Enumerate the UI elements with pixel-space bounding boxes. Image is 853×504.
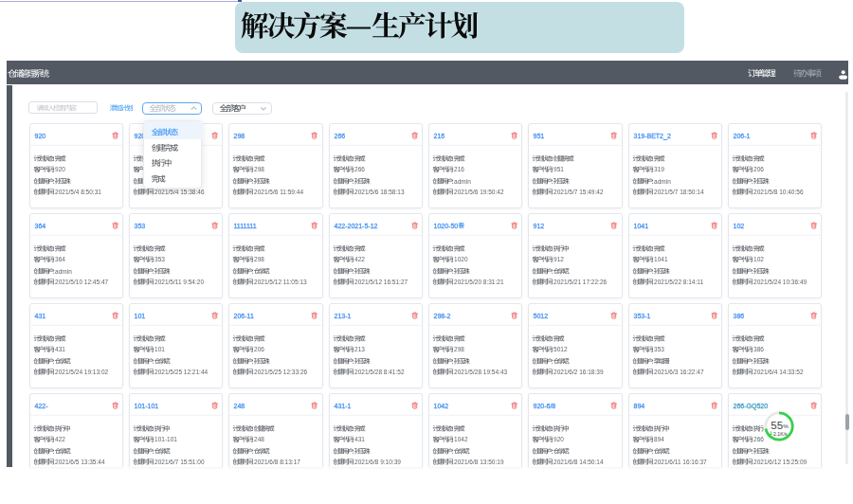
svg-text:216: 216 <box>434 132 445 138</box>
svg-text:364: 364 <box>55 256 65 262</box>
svg-text:951: 951 <box>554 166 564 172</box>
svg-text:319: 319 <box>654 166 664 172</box>
svg-text:1041: 1041 <box>633 222 648 228</box>
svg-text:2021/6/8 13:50:19: 2021/6/8 13:50:19 <box>454 459 504 465</box>
svg-text:298: 298 <box>254 166 264 172</box>
svg-text:2021/5/4 8:50:31: 2021/5/4 8:50:31 <box>55 188 101 194</box>
svg-text:2021/6/8 14:50:14: 2021/6/8 14:50:14 <box>554 459 604 465</box>
svg-text:213-1: 213-1 <box>334 312 351 318</box>
svg-text:353: 353 <box>654 346 664 352</box>
svg-text:2021/5/6 18:58:13: 2021/5/6 18:58:13 <box>354 188 405 194</box>
svg-text:431: 431 <box>55 346 65 352</box>
svg-text:5012: 5012 <box>554 346 568 352</box>
svg-text:920: 920 <box>34 132 45 138</box>
svg-text:1111111: 1111111 <box>234 222 257 228</box>
svg-text:admin: admin <box>454 177 471 184</box>
svg-text:298: 298 <box>454 346 464 352</box>
svg-text:2021/5/22 8:14:11: 2021/5/22 8:14:11 <box>654 279 703 285</box>
svg-text:431: 431 <box>354 436 365 442</box>
svg-text:2021/5/6 11:59:44: 2021/5/6 11:59:44 <box>254 188 303 194</box>
svg-text:912: 912 <box>554 256 564 262</box>
svg-text:2021/5/8 10:40:56: 2021/5/8 10:40:56 <box>753 188 804 194</box>
svg-text:422-2021-5-12: 422-2021-5-12 <box>334 222 377 228</box>
svg-text:248: 248 <box>254 436 264 442</box>
svg-text:206-11: 206-11 <box>234 312 254 318</box>
svg-text:2021/6/4 14:33:52: 2021/6/4 14:33:52 <box>753 369 804 375</box>
svg-text:319-BET2_2: 319-BET2_2 <box>633 132 670 139</box>
svg-text:admin: admin <box>654 177 671 184</box>
svg-text:5012: 5012 <box>534 312 549 318</box>
svg-text:920: 920 <box>55 166 65 172</box>
svg-text:206: 206 <box>254 346 264 352</box>
svg-text:2021/6/7 15:51:00: 2021/6/7 15:51:00 <box>154 459 205 465</box>
svg-text:2021/5/12 16:51:27: 2021/5/12 16:51:27 <box>354 279 408 285</box>
svg-text:102: 102 <box>753 256 764 262</box>
svg-text:1020: 1020 <box>454 256 468 262</box>
svg-text:2021/5/12 11:05:13: 2021/5/12 11:05:13 <box>254 279 307 285</box>
svg-text:431-1: 431-1 <box>334 403 351 409</box>
svg-text:298-2: 298-2 <box>434 312 451 318</box>
svg-text:2021/6/8 9:10:39: 2021/6/8 9:10:39 <box>354 459 401 465</box>
svg-text:2021/5/7 15:49:42: 2021/5/7 15:49:42 <box>554 188 604 194</box>
svg-text:894: 894 <box>654 436 664 442</box>
svg-text:2021/5/20 8:31:21: 2021/5/20 8:31:21 <box>454 279 504 285</box>
svg-text:2021/5/24 10:36:49: 2021/5/24 10:36:49 <box>753 279 807 285</box>
svg-text:admin: admin <box>55 267 72 274</box>
svg-text:2021/5/25 12:21:44: 2021/5/25 12:21:44 <box>154 369 208 375</box>
svg-text:364: 364 <box>34 222 45 228</box>
svg-text:2021/5/28 19:54:43: 2021/5/28 19:54:43 <box>454 369 507 375</box>
svg-text:2021/5/10 12:45:47: 2021/5/10 12:45:47 <box>55 279 108 285</box>
svg-text:386: 386 <box>753 346 764 352</box>
svg-text:206: 206 <box>753 166 764 172</box>
svg-text:2021/6/2 16:18:39: 2021/6/2 16:18:39 <box>554 369 604 375</box>
svg-text:1042: 1042 <box>434 403 449 409</box>
svg-text:920-6/8: 920-6/8 <box>534 403 556 409</box>
svg-text:266: 266 <box>354 166 365 172</box>
svg-text:353: 353 <box>154 256 165 262</box>
svg-text:353: 353 <box>134 222 145 228</box>
svg-text:2021/5/6 19:50:42: 2021/5/6 19:50:42 <box>454 188 504 194</box>
svg-text:101: 101 <box>154 346 165 352</box>
svg-text:912: 912 <box>534 222 545 228</box>
svg-text:422: 422 <box>354 256 365 262</box>
svg-text:2021/6/5 13:35:44: 2021/6/5 13:35:44 <box>55 459 105 465</box>
svg-text:%: % <box>783 423 789 429</box>
svg-text:2021/5/28 8:41:52: 2021/5/28 8:41:52 <box>354 369 405 375</box>
svg-text:266: 266 <box>334 132 345 138</box>
svg-text:951: 951 <box>534 132 545 138</box>
svg-text:2021/5/25 12:33:26: 2021/5/25 12:33:26 <box>254 369 307 375</box>
svg-text:101-101: 101-101 <box>154 436 177 442</box>
svg-text:386: 386 <box>734 312 745 318</box>
svg-text:248: 248 <box>234 403 245 409</box>
svg-text:216: 216 <box>454 166 464 172</box>
svg-text:298: 298 <box>254 256 264 262</box>
svg-text:2021/6/3 16:22:47: 2021/6/3 16:22:47 <box>654 369 704 375</box>
svg-text:102: 102 <box>734 222 745 228</box>
svg-text:1041: 1041 <box>654 256 668 262</box>
svg-text:920: 920 <box>554 436 564 442</box>
svg-text:2021/5/11 9:54:20: 2021/5/11 9:54:20 <box>154 279 204 285</box>
svg-text:1042: 1042 <box>454 436 468 442</box>
svg-text:206-1: 206-1 <box>734 132 751 138</box>
svg-text:2021/5/21 17:22:26: 2021/5/21 17:22:26 <box>554 279 607 285</box>
svg-text:422-: 422- <box>34 403 48 409</box>
svg-text:101-101: 101-101 <box>134 403 158 409</box>
svg-text:894: 894 <box>633 403 644 409</box>
svg-text:2.1K/s: 2.1K/s <box>773 431 788 437</box>
svg-text:2021/6/8 8:13:17: 2021/6/8 8:13:17 <box>254 459 300 465</box>
svg-text:422: 422 <box>55 436 65 442</box>
svg-text:2021/6/11 16:16:37: 2021/6/11 16:16:37 <box>654 459 707 465</box>
svg-text:2021/5/7 18:50:14: 2021/5/7 18:50:14 <box>654 188 704 194</box>
svg-text:1020-50: 1020-50 <box>434 222 459 228</box>
svg-text:2021/6/12 15:25:09: 2021/6/12 15:25:09 <box>753 459 807 465</box>
svg-text:353-1: 353-1 <box>633 312 650 318</box>
svg-text:431: 431 <box>34 312 45 318</box>
svg-text:213: 213 <box>354 346 365 352</box>
svg-text:2021/5/24 19:13:02: 2021/5/24 19:13:02 <box>55 369 108 375</box>
svg-text:101: 101 <box>134 312 145 318</box>
svg-text:55: 55 <box>771 420 783 431</box>
